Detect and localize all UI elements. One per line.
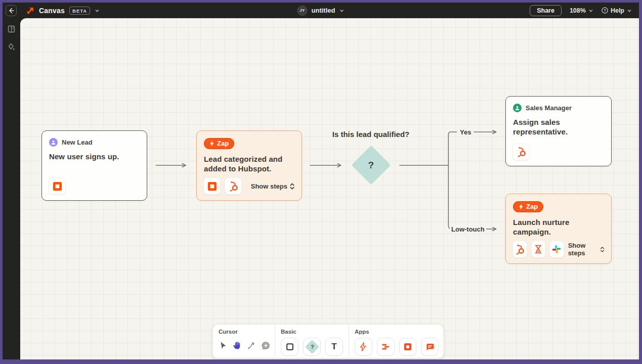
chatbots-tool[interactable]	[421, 338, 439, 356]
sort-chevrons-icon	[600, 246, 605, 253]
node-sales-manager[interactable]: Sales Manager Assign sales representativ…	[505, 96, 612, 166]
show-steps-button[interactable]: Show steps	[251, 183, 295, 190]
basic-section: Basic ? T	[275, 325, 349, 358]
left-sidebar	[3, 18, 20, 359]
app-title: Canvas	[39, 7, 65, 15]
square-icon	[285, 342, 294, 351]
persona-avatar-icon	[513, 104, 522, 112]
bolt-icon	[358, 342, 368, 352]
text-icon: T	[331, 342, 336, 352]
topbar-left: Canvas BETA	[6, 5, 100, 16]
document-title[interactable]: untitled	[312, 7, 335, 14]
shape-tool[interactable]	[281, 338, 298, 356]
decision-tool[interactable]: ?	[303, 338, 321, 356]
cursor-section-label: Cursor	[219, 329, 269, 335]
node-footer: Show steps	[203, 177, 295, 195]
app-body: New Lead New user signs up. Zap Lead cat…	[3, 18, 639, 359]
canvas-surface[interactable]: New Lead New user signs up. Zap Lead cat…	[20, 18, 639, 359]
node-footer	[49, 177, 140, 195]
node-text: New user signs up.	[49, 152, 140, 161]
node-zap-categorize[interactable]: Zap Lead categorized and added to Hubspo…	[196, 130, 302, 201]
node-footer	[512, 143, 605, 160]
svg-text:?: ?	[604, 8, 606, 13]
zap-tool[interactable]	[355, 338, 372, 356]
text-tool[interactable]: T	[325, 338, 343, 356]
bolt-icon	[519, 204, 524, 210]
beta-badge: BETA	[69, 7, 90, 15]
back-button[interactable]	[6, 5, 17, 16]
chevron-down-icon[interactable]	[339, 8, 344, 13]
topbar-right: Share 108% ? Help	[530, 5, 632, 16]
node-footer: Show steps	[512, 241, 605, 258]
branch-label-lowtouch[interactable]: Low-touch	[450, 225, 486, 233]
node-header: Sales Manager	[513, 104, 604, 112]
decision-question-label[interactable]: Is this lead qualified?	[320, 130, 421, 139]
apps-section-label: Apps	[355, 329, 439, 335]
connector-tool[interactable]	[247, 339, 256, 352]
interfaces-icon	[49, 177, 66, 195]
cursor-section: Cursor	[213, 325, 275, 358]
interfaces-icon	[203, 177, 221, 195]
node-text: Assign sales representative.	[513, 117, 604, 136]
node-zap-nurture[interactable]: Zap Launch nurture campaign.	[505, 194, 612, 264]
bolt-icon	[209, 141, 215, 147]
zapier-logo-icon	[26, 7, 34, 15]
interfaces-tool[interactable]	[399, 338, 417, 356]
hubspot-icon	[512, 241, 527, 258]
help-question-icon: ?	[602, 7, 608, 14]
chevron-down-icon[interactable]	[95, 8, 100, 13]
hubspot-icon	[512, 143, 530, 160]
decision-symbol: ?	[368, 159, 374, 170]
chevron-down-icon	[627, 8, 632, 13]
zap-badge: Zap	[204, 138, 234, 149]
zoom-level-value: 108%	[570, 7, 586, 14]
node-text: Lead categorized and added to Hubspot.	[204, 154, 294, 173]
shapes-sparkle-icon[interactable]	[6, 41, 17, 52]
zap-badge: Zap	[513, 201, 543, 212]
slack-icon	[549, 241, 564, 258]
diamond-question-icon: ?	[305, 340, 319, 354]
persona-avatar-icon	[49, 138, 58, 147]
chevron-down-icon	[588, 8, 593, 13]
show-steps-button[interactable]: Show steps	[568, 242, 605, 257]
persona-label: Sales Manager	[526, 104, 572, 112]
edge-branch-yes	[448, 132, 457, 165]
tables-icon	[380, 342, 391, 352]
hubspot-icon	[225, 177, 242, 195]
share-button[interactable]: Share	[530, 5, 562, 16]
canvas-toolbar: Cursor	[212, 324, 444, 358]
edge-branch-lowtouch	[448, 165, 454, 229]
zoom-level-control[interactable]: 108%	[570, 7, 593, 14]
help-menu[interactable]: ? Help	[602, 7, 632, 14]
comment-add-tool[interactable]	[261, 339, 271, 352]
canvas-app-window: Canvas BETA JY untitled Share 108% ? Hel…	[3, 3, 639, 359]
hand-tool[interactable]	[232, 339, 242, 352]
tables-tool[interactable]	[377, 338, 395, 356]
interfaces-icon	[403, 342, 413, 352]
basic-section-label: Basic	[281, 329, 343, 335]
topbar: Canvas BETA JY untitled Share 108% ? Hel…	[3, 3, 639, 18]
back-arrow-icon	[8, 8, 14, 14]
owner-avatar: JY	[297, 6, 308, 16]
node-header: New Lead	[49, 138, 140, 147]
browser-frame: Canvas BETA JY untitled Share 108% ? Hel…	[0, 0, 642, 364]
branch-label-yes[interactable]: Yes	[458, 128, 473, 136]
node-new-lead[interactable]: New Lead New user signs up.	[41, 130, 147, 201]
sort-chevrons-icon	[289, 183, 295, 190]
persona-label: New Lead	[62, 139, 93, 146]
help-label: Help	[611, 7, 624, 14]
chatbot-bubble-icon	[425, 342, 435, 352]
select-tool[interactable]	[219, 339, 228, 352]
apps-section: Apps	[349, 325, 444, 358]
notebook-icon[interactable]	[6, 23, 17, 34]
node-text: Launch nurture campaign.	[513, 217, 604, 237]
document-title-group[interactable]: JY untitled	[297, 3, 345, 18]
delay-hourglass-icon	[531, 241, 546, 258]
